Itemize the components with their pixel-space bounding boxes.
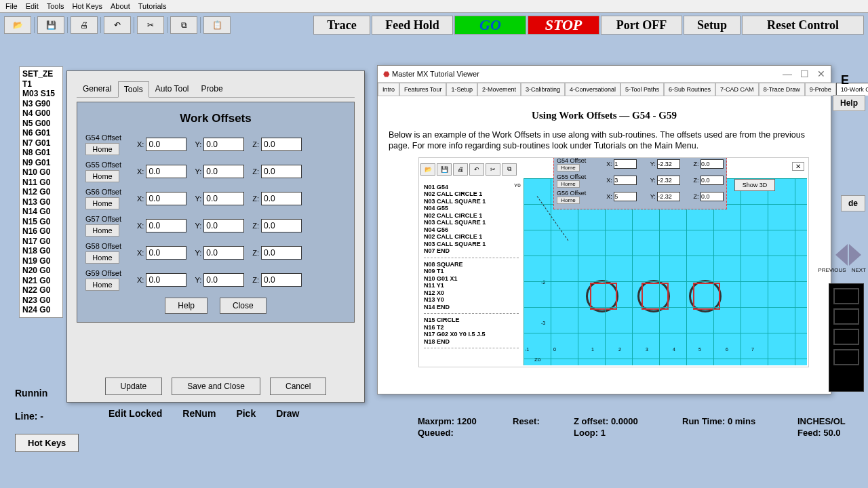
open-icon[interactable]: 📂 — [4, 16, 31, 34]
tutorial-tab[interactable]: Features Tour — [399, 83, 446, 96]
units-status: INCHES/OL — [797, 416, 868, 426]
y-input[interactable] — [203, 246, 244, 260]
port-button[interactable]: Port OFF — [601, 16, 682, 35]
menu-tutorials[interactable]: Tutorials — [138, 2, 167, 10]
menu-file[interactable]: File — [5, 2, 18, 10]
paste-icon[interactable]: 📋 — [203, 16, 231, 34]
cancel-button[interactable]: Cancel — [270, 378, 326, 395]
tutorial-tab[interactable]: 6-Sub Routines — [664, 83, 715, 96]
line-status: Line: - — [15, 411, 43, 422]
edit-locked-button[interactable]: Edit Locked — [108, 408, 162, 419]
close-button[interactable]: Close — [220, 298, 267, 314]
tab-autotool[interactable]: Auto Tool — [149, 81, 195, 97]
tab-general[interactable]: General — [77, 81, 118, 97]
tutorial-tab[interactable]: 2-Movement — [477, 83, 521, 96]
de-side-button[interactable]: de — [841, 195, 865, 211]
mini-save-icon: 💾 — [437, 163, 452, 176]
y-input[interactable] — [203, 138, 244, 151]
offset-row-g57-offset: G57 OffsetHome X: Y: Z: — [85, 215, 346, 237]
tutorial-tab[interactable]: 7-CAD CAM — [715, 83, 759, 96]
tutorial-tab[interactable]: 8-Trace Draw — [759, 83, 805, 96]
update-button[interactable]: Update — [105, 378, 163, 395]
offset-label: G57 Offset — [85, 215, 129, 223]
y-input[interactable] — [203, 165, 244, 178]
z-input[interactable] — [261, 273, 302, 287]
trace-button[interactable]: Trace — [313, 16, 370, 35]
tutorial-tab[interactable]: 5-Tool Paths — [620, 83, 664, 96]
home-button[interactable]: Home — [85, 170, 119, 182]
reset-control-button[interactable]: Reset Control — [742, 16, 864, 35]
maximize-icon[interactable]: ☐ — [800, 68, 809, 79]
right-panel-fragment: E — [841, 73, 849, 87]
close-icon[interactable]: ✕ — [817, 68, 825, 79]
reset-label: Reset: — [513, 416, 574, 426]
tab-tools[interactable]: Tools — [118, 81, 149, 98]
save-and-close-button[interactable]: Save and Close — [172, 378, 260, 395]
next-button[interactable] — [849, 244, 861, 266]
run-time-status: Run Time: 0 mins — [682, 416, 797, 426]
z-input[interactable] — [261, 219, 302, 232]
go-button[interactable]: GO — [454, 16, 526, 35]
menu-edit[interactable]: Edit — [26, 2, 39, 10]
gcode-list[interactable]: SET_ZET1M03 S15N3 G90N4 G00N5 G00N6 G01N… — [19, 66, 63, 318]
home-button[interactable]: Home — [85, 143, 119, 155]
pick-button[interactable]: Pick — [236, 408, 256, 419]
undo-icon[interactable]: ↶ — [104, 16, 131, 34]
feed-status: Feed: 50.0 — [797, 428, 868, 438]
home-button[interactable]: Home — [85, 279, 119, 291]
menu-hotkeys[interactable]: Hot Keys — [72, 2, 102, 10]
save-icon[interactable]: 💾 — [37, 16, 64, 34]
minimize-icon[interactable]: — — [783, 68, 792, 79]
right-status-bar: Maxrpm: 1200 Reset: Z offset: 0.0000 Run… — [418, 416, 863, 438]
tutorial-tab[interactable]: 4-Conversational — [565, 83, 620, 96]
home-button[interactable]: Home — [85, 251, 119, 264]
z-input[interactable] — [261, 138, 302, 151]
y-input[interactable] — [203, 192, 244, 205]
draw-button[interactable]: Draw — [276, 408, 299, 419]
x-input[interactable] — [146, 219, 186, 232]
tutorial-tab[interactable]: Intro — [378, 83, 399, 96]
tutorial-title: Master MX Tutorial Viewer — [392, 70, 479, 78]
mini-close-icon: ✕ — [792, 162, 804, 171]
copy-icon[interactable]: ⧉ — [170, 16, 197, 34]
renum-button[interactable]: ReNum — [182, 408, 216, 419]
z-offset-status: Z offset: 0.0000 — [574, 416, 682, 426]
x-input[interactable] — [146, 165, 186, 178]
previous-label: PREVIOUS — [818, 267, 846, 273]
home-button[interactable]: Home — [85, 197, 119, 209]
hot-keys-button[interactable]: Hot Keys — [15, 434, 79, 452]
nav-arrows — [835, 244, 861, 266]
x-input[interactable] — [146, 192, 186, 205]
previous-button[interactable] — [835, 244, 848, 266]
work-offsets-dialog: General Tools Auto Tool Probe Work Offse… — [66, 70, 365, 403]
tutorial-titlebar[interactable]: ⬣ Master MX Tutorial Viewer — ☐ ✕ — [378, 66, 831, 83]
z-input[interactable] — [261, 246, 302, 260]
menu-about[interactable]: About — [111, 2, 130, 10]
help-side-button[interactable]: Help — [833, 95, 865, 111]
help-button[interactable]: Help — [165, 298, 208, 314]
y-input[interactable] — [203, 219, 244, 232]
menu-tools[interactable]: Tools — [47, 2, 64, 10]
cut-icon[interactable]: ✂ — [137, 16, 164, 34]
tutorial-tab[interactable]: 9-Probe — [805, 83, 836, 96]
x-input[interactable] — [146, 138, 186, 151]
dialog-tabs: General Tools Auto Tool Probe — [77, 81, 355, 98]
home-button[interactable]: Home — [85, 224, 119, 237]
tutorial-tab[interactable]: 3-Calibrating — [521, 83, 565, 96]
z-input[interactable] — [261, 165, 302, 178]
tutorial-tabs: IntroFeatures Tour1-Setup2-Movement3-Cal… — [378, 83, 831, 96]
toolbar: 📂 💾 🖨 ↶ ✂ ⧉ 📋 Trace Feed Hold GO STOP Po… — [0, 13, 868, 37]
print-icon[interactable]: 🖨 — [71, 16, 98, 34]
tutorial-tab[interactable]: 1-Setup — [446, 83, 477, 96]
x-input[interactable] — [146, 273, 186, 287]
menu-bar: File Edit Tools Hot Keys About Tutorials — [0, 0, 868, 13]
stop-button[interactable]: STOP — [528, 16, 599, 35]
x-input[interactable] — [146, 246, 186, 260]
setup-button[interactable]: Setup — [684, 16, 741, 35]
feed-hold-button[interactable]: Feed Hold — [372, 16, 453, 35]
offset-label: G56 Offset — [85, 188, 129, 196]
z-input[interactable] — [261, 192, 302, 205]
queued-status: Queued: — [418, 428, 513, 438]
tab-probe[interactable]: Probe — [195, 81, 229, 97]
y-input[interactable] — [203, 273, 244, 287]
